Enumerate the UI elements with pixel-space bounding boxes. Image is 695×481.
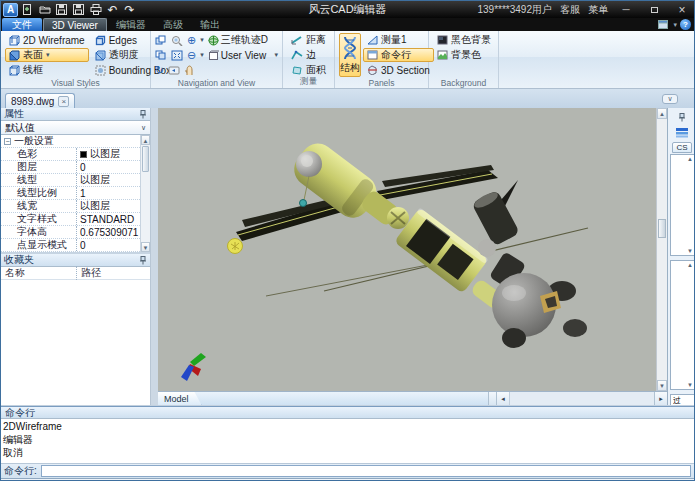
structure-panel-button[interactable]: 结构 [339, 33, 361, 77]
print-icon[interactable] [88, 3, 103, 16]
property-preset-dropdown[interactable]: 默认值 ∨ [1, 121, 150, 135]
save-icon[interactable] [54, 3, 69, 16]
measure-distance-button[interactable]: 距离 [287, 33, 330, 47]
command-input[interactable] [41, 465, 691, 477]
scroll-down-icon[interactable]: ▼ [671, 247, 695, 255]
model-tab[interactable]: Model [158, 392, 202, 405]
command-window-icon [367, 50, 378, 60]
preset-caret-icon: ∨ [141, 124, 146, 132]
area-icon [291, 65, 303, 75]
app-logo-icon[interactable]: A [3, 3, 18, 17]
scrollbar-thumb[interactable] [142, 146, 149, 172]
open-file-icon[interactable] [37, 3, 52, 16]
structure-tab-cs[interactable]: CS [672, 142, 691, 153]
minimize-button[interactable]: ─ [616, 3, 636, 16]
section-icon [367, 65, 378, 75]
style-selector-icon[interactable] [658, 19, 670, 30]
scroll-left-icon[interactable]: ◂ [496, 392, 509, 405]
tab-advanced[interactable]: 高级 [155, 18, 191, 31]
vscrollbar-thumb[interactable] [658, 219, 666, 238]
zoom-in-caret[interactable]: ▾ [200, 36, 204, 44]
tab-editor[interactable]: 编辑器 [108, 18, 154, 31]
save-as-icon[interactable] [71, 3, 86, 16]
help-icon[interactable]: ? [680, 19, 691, 30]
ribbon-filler [499, 31, 694, 88]
group-background: 黑色背景 背景色 Background [429, 31, 499, 88]
scroll-down-icon[interactable]: ▼ [141, 242, 150, 252]
collapse-group-icon[interactable]: − [4, 138, 11, 145]
property-row-pointmode[interactable]: 点显示模式 0 [1, 239, 150, 252]
scroll-up-icon[interactable]: ▲ [671, 155, 695, 163]
pin-icon[interactable] [678, 111, 686, 122]
wire-cube-icon [9, 65, 20, 76]
new-file-icon[interactable] [20, 3, 35, 16]
edge-icon [291, 50, 303, 60]
scroll-up-icon[interactable]: ▲ [657, 108, 667, 119]
bounding-box-icon [95, 65, 106, 76]
wireframe-style-button[interactable]: 线框 [5, 63, 89, 77]
support-link[interactable]: 客服 [560, 3, 580, 17]
user-view-caret[interactable]: ▾ [274, 51, 278, 59]
splitter-handle[interactable] [488, 392, 496, 405]
pin-icon[interactable] [139, 109, 147, 120]
close-button[interactable]: × [672, 3, 692, 16]
scroll-up-icon[interactable]: ▲ [141, 135, 150, 145]
file-menu-button[interactable]: 文件 [2, 18, 42, 31]
measure1-panel-button[interactable]: 测量1 [363, 33, 434, 47]
pan-window-icon[interactable] [155, 49, 167, 61]
surface-dropdown-caret[interactable]: ▾ [46, 51, 50, 59]
user-account[interactable]: 139****3492用户 [478, 3, 553, 17]
scroll-down-icon[interactable]: ▼ [657, 380, 667, 391]
viewport-vscrollbar[interactable]: ▲ ▼ [656, 108, 667, 391]
ribbon-collapse-button[interactable]: ∨ [662, 94, 678, 104]
structure-panel: CS ▲ ▼ ▲ ▼ [667, 108, 695, 405]
background-color-button[interactable]: 背景色 [433, 48, 495, 62]
tab-output[interactable]: 输出 [192, 18, 228, 31]
orbit-3d-button[interactable]: 三维轨迹D [208, 33, 268, 47]
measure-edge-button[interactable]: 边 [287, 48, 330, 62]
properties-panel: 属性 默认值 ∨ − 一般设置 色彩 以图层 图层 [1, 108, 151, 405]
scroll-right-icon[interactable]: ▸ [654, 392, 667, 405]
properties-scrollbar[interactable]: ▲ ▼ [140, 135, 150, 252]
structure-list-top[interactable]: ▲ ▼ [670, 154, 695, 256]
command-history: 2DWireframe 编辑器 取消 [1, 419, 694, 463]
zoom-in-icon[interactable]: ⊕ [187, 34, 196, 47]
layers-icon[interactable] [675, 126, 689, 138]
zoom-extents-icon[interactable] [171, 49, 183, 61]
redo-icon[interactable]: ↷ [122, 3, 137, 16]
surface-style-button[interactable]: 表面 ▾ [5, 48, 89, 62]
zoom-out-caret[interactable]: ▾ [200, 51, 204, 59]
properties-grid: − 一般设置 色彩 以图层 图层 0 线型 以图层 线型比例 1 [1, 135, 150, 252]
document-close-icon[interactable]: × [58, 96, 69, 107]
menu-link[interactable]: 菜单 [588, 3, 608, 17]
rotate-view-icon[interactable]: ↻ [155, 65, 164, 75]
pan-hand-icon[interactable] [184, 64, 195, 76]
3d-section-button[interactable]: 3D Section [363, 63, 434, 77]
maximize-icon [651, 7, 658, 13]
black-background-button[interactable]: 黑色背景 [433, 33, 495, 47]
viewport-3d[interactable]: ▲ ▼ Model ◂ ▸ [158, 108, 667, 405]
zoom-out-icon[interactable]: ⊖ [187, 49, 196, 62]
zoom-window-icon[interactable] [155, 34, 167, 46]
measure-area-button[interactable]: 面积 [287, 63, 330, 77]
group-visual-styles: 2D Wireframe 表面 ▾ 线框 Edges [1, 31, 151, 88]
group-panels: 结构 测量1 命令行 3D Section Panels [335, 31, 429, 88]
panel-splitter[interactable] [151, 108, 158, 405]
user-view-button[interactable]: User View [208, 50, 266, 61]
hscrollbar-track[interactable] [509, 392, 654, 405]
undo-icon[interactable]: ↶ [105, 3, 120, 16]
titlebar: 风云CAD编辑器 A ↶ ↷ 139****3492用户 客服 菜单 ─ × [1, 1, 694, 18]
ribbon: 2D Wireframe 表面 ▾ 线框 Edges [1, 31, 694, 89]
document-tab[interactable]: 8989.dwg × [5, 93, 75, 108]
scroll-up-icon[interactable]: ▲ [671, 261, 695, 269]
structure-list-bottom[interactable]: ▲ ▼ [670, 260, 695, 390]
style-dropdown-caret[interactable]: ▾ [673, 21, 677, 29]
tab-3d-viewer[interactable]: 3D Viewer [43, 18, 107, 31]
command-line-panel-button[interactable]: 命令行 [363, 48, 434, 62]
pin-icon[interactable] [139, 255, 147, 266]
2d-wireframe-button[interactable]: 2D Wireframe [5, 33, 89, 47]
scroll-down-icon[interactable]: ▼ [671, 381, 695, 389]
zoom-selection-icon[interactable] [171, 34, 183, 46]
previous-view-icon[interactable] [168, 64, 180, 76]
maximize-button[interactable] [644, 3, 664, 16]
